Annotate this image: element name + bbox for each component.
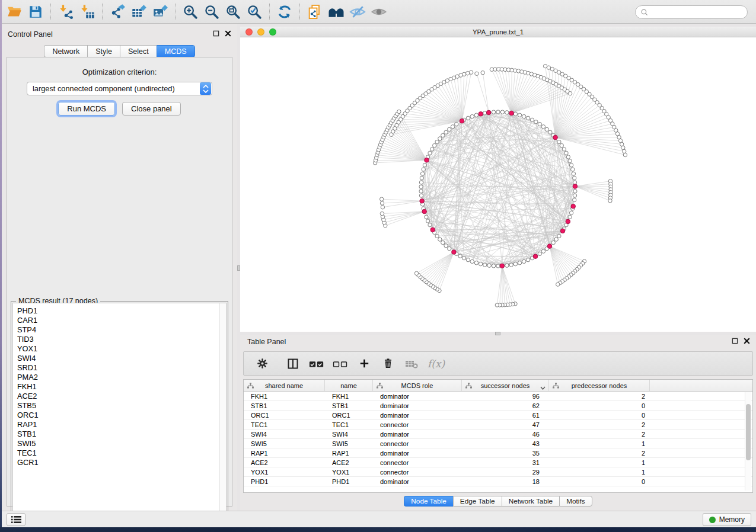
column-header-MCDS-role[interactable]: MCDS role (373, 380, 462, 391)
trash-icon (382, 358, 394, 369)
mcds-result-item[interactable]: SWI4 (17, 354, 226, 363)
import-table-button[interactable] (76, 2, 98, 22)
tab-mcds[interactable]: MCDS (157, 45, 195, 57)
tab-network[interactable]: Network (44, 45, 87, 57)
table-cell-filler (650, 420, 752, 429)
zoom-in-button[interactable] (180, 2, 201, 22)
mcds-result-scrollbar[interactable] (219, 303, 226, 518)
task-history-button[interactable] (7, 513, 25, 526)
mcds-result-item[interactable]: ORC1 (17, 411, 226, 420)
delete-table-button[interactable] (404, 356, 419, 371)
mcds-result-item[interactable]: PHD1 (17, 306, 226, 316)
mcds-result-item[interactable]: GCR1 (17, 458, 226, 467)
show-all-button[interactable] (368, 2, 390, 22)
table-row[interactable]: FKH1FKH1dominator962 (244, 392, 752, 401)
mcds-result-item[interactable]: TEC1 (17, 448, 226, 458)
refresh-view-button[interactable] (274, 2, 295, 22)
first-neighbors-button[interactable] (326, 2, 347, 22)
tab-network-table[interactable]: Network Table (502, 496, 560, 507)
table-cell-filler (650, 439, 752, 448)
table-scrollbar[interactable] (745, 392, 751, 491)
memory-label: Memory (719, 515, 745, 524)
export-table-button[interactable] (128, 2, 149, 22)
mcds-result-item[interactable]: PMA2 (17, 373, 226, 382)
tab-select[interactable]: Select (120, 45, 157, 57)
show-column-button[interactable] (285, 356, 301, 371)
network-graph[interactable] (240, 37, 756, 332)
import-network-button[interactable] (55, 2, 76, 22)
mcds-result-item[interactable]: SWI5 (17, 439, 226, 448)
select-all-columns-button[interactable] (309, 356, 324, 371)
table-row[interactable]: RAP1RAP1dominator352 (244, 448, 752, 458)
table-cell: SWI4 (325, 430, 373, 438)
column-header-predecessor-nodes[interactable]: predecessor nodes (549, 380, 650, 391)
mcds-result-item[interactable]: STB1 (17, 430, 226, 439)
mcds-result-item[interactable]: STP4 (17, 325, 226, 335)
tab-style[interactable]: Style (87, 45, 120, 57)
mcds-result-item[interactable]: ACE2 (17, 392, 226, 401)
function-builder-button[interactable]: f(x) (428, 358, 445, 370)
unselect-all-columns-button[interactable] (333, 356, 348, 371)
close-panel-button[interactable]: Close panel (122, 102, 181, 116)
mcds-result-item[interactable]: FKH1 (17, 382, 226, 392)
binoculars-icon (327, 3, 345, 21)
mcds-result-item[interactable]: SRD1 (17, 363, 226, 373)
zoom-selected-button[interactable] (244, 2, 265, 22)
table-row[interactable]: ACE2ACE2connector311 (244, 458, 752, 467)
table-row[interactable]: PHD1PHD1dominator180 (244, 477, 752, 486)
mcds-result-item[interactable]: STB5 (17, 401, 226, 411)
mcds-result-item[interactable]: YOX1 (17, 344, 226, 354)
search-input[interactable] (649, 6, 747, 18)
mcds-result-item[interactable]: CAR1 (17, 316, 226, 325)
tab-edge-table[interactable]: Edge Table (453, 496, 502, 507)
table-row[interactable]: TEC1TEC1connector472 (244, 420, 752, 430)
table-settings-button[interactable] (254, 356, 270, 371)
column-header-successor-nodes[interactable]: successor nodes (462, 380, 549, 391)
export-network-button[interactable] (107, 2, 128, 22)
tab-motifs[interactable]: Motifs (559, 496, 592, 507)
close-panel-icon[interactable] (744, 338, 750, 344)
float-panel-icon[interactable] (732, 338, 738, 344)
open-file-button[interactable] (4, 2, 25, 22)
float-panel-icon[interactable] (213, 30, 219, 37)
toolbar-separator (175, 4, 176, 20)
table-cell: dominator (373, 477, 462, 486)
create-column-button[interactable] (356, 356, 372, 371)
close-panel-icon[interactable] (225, 30, 231, 37)
copy-network-button[interactable] (304, 2, 326, 22)
mcds-result-item[interactable]: RAP1 (17, 420, 226, 430)
table-row[interactable]: STB1STB1dominator620 (244, 401, 752, 411)
column-header-name[interactable]: name (325, 380, 373, 391)
mcds-result-item[interactable]: TID3 (17, 335, 226, 344)
memory-button[interactable]: Memory (703, 513, 751, 526)
desktop-wallpaper-left (0, 0, 2, 527)
network-canvas[interactable] (240, 37, 756, 332)
export-image-icon (152, 4, 168, 20)
application-window: Control Panel NetworkStyleSelectMCDS Opt… (0, 0, 756, 532)
network-window-titlebar[interactable]: YPA_prune.txt_1 (240, 27, 756, 37)
table-cell: 31 (462, 458, 549, 467)
column-header-shared-name[interactable]: shared name (244, 380, 325, 391)
mcds-result-list[interactable]: PHD1CAR1STP4TID3YOX1SWI4SRD1PMA2FKH1ACE2… (12, 303, 227, 519)
optimization-criterion-select[interactable]: largest connected component (undirected) (27, 82, 212, 95)
run-mcds-button[interactable]: Run MCDS (58, 102, 115, 116)
save-icon (28, 4, 43, 20)
search-icon (640, 8, 649, 17)
copy-share-icon (307, 4, 323, 20)
table-row[interactable]: SWI4SWI4dominator462 (244, 430, 752, 439)
tab-node-table[interactable]: Node Table (404, 496, 452, 507)
zoom-fit-button[interactable] (222, 2, 244, 22)
table-cell: YOX1 (244, 467, 325, 476)
table-scrollbar-thumb[interactable] (746, 404, 751, 460)
export-image-button[interactable] (149, 2, 171, 22)
table-cell: 1 (549, 467, 650, 476)
table-row[interactable]: YOX1YOX1connector291 (244, 467, 752, 477)
table-row[interactable]: ORC1ORC1dominator610 (244, 411, 752, 420)
table-row[interactable]: SWI5SWI5connector431 (244, 439, 752, 448)
hide-selected-button[interactable] (347, 2, 368, 22)
save-session-button[interactable] (25, 2, 46, 22)
sort-chevron-icon[interactable] (540, 384, 546, 391)
search-field[interactable] (635, 5, 748, 19)
delete-column-button[interactable] (380, 356, 395, 371)
zoom-out-button[interactable] (201, 2, 222, 22)
